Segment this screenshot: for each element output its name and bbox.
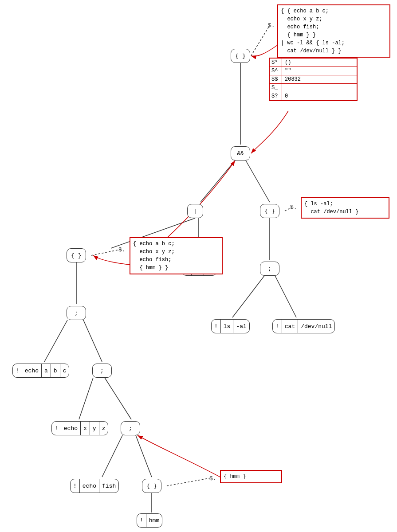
token-cat: cat (282, 320, 298, 333)
token-excl-cat: ! (273, 320, 282, 333)
svg-line-12 (79, 378, 93, 419)
info-table-top: $*() $^"" $$20832 $_ $?0 (269, 58, 358, 101)
svg-line-10 (44, 320, 67, 362)
token-excl-hmm: ! (137, 514, 146, 527)
tree-diagram: { } && | { } { } ! wc -l ; ; ! ls -al ! … (0, 0, 397, 532)
dollar-label-bottom-hmm: $. (209, 475, 216, 482)
dollar-label-mid-right: $. (290, 204, 297, 211)
dollar-label-top: $. (268, 22, 275, 29)
node-root-braces: { } (231, 49, 250, 63)
svg-line-17 (251, 25, 270, 56)
token-x: x (81, 422, 90, 435)
token-excl-echo-abc: ! (13, 364, 22, 377)
node-left-braces-mid: { } (67, 248, 86, 262)
info-box-bottom-hmm: { hmm } (220, 470, 282, 483)
token-ls: ls (221, 320, 234, 333)
node-pipe: | (187, 204, 203, 218)
token-fish: fish (99, 479, 118, 493)
node-cat-args: ! cat /dev/null (272, 319, 335, 333)
token-excl-ls: ! (212, 320, 221, 333)
node-hmm: ! hmm (137, 513, 162, 528)
node-semicolon2: ; (92, 364, 112, 378)
info-box-mid-left: { echo a b c; echo x y z; echo fish; { h… (130, 237, 223, 274)
dollar-label-mid-left: $. (118, 246, 126, 253)
node-right-braces: { } (260, 204, 279, 218)
svg-line-14 (102, 435, 122, 477)
token-a: a (42, 364, 51, 377)
node-ls-args: ! ls -al (211, 319, 250, 333)
svg-line-15 (136, 435, 152, 477)
token-hmm: hmm (146, 514, 162, 527)
node-echo-abc: ! echo a b c (12, 364, 69, 378)
token-b: b (51, 364, 60, 377)
node-braces-hmm: { } (142, 479, 161, 493)
token-al: -al (233, 320, 249, 333)
svg-line-3 (246, 160, 270, 202)
svg-line-20 (167, 478, 211, 486)
node-semicolon1: ; (260, 262, 279, 276)
token-excl-echo-fish: ! (71, 479, 80, 493)
token-devnull: /dev/null (298, 320, 334, 333)
svg-line-8 (275, 276, 296, 317)
info-box-mid-right: { ls -al; cat /dev/null } (301, 197, 389, 219)
svg-line-13 (105, 378, 131, 419)
svg-line-11 (83, 320, 102, 362)
token-echo-fish: echo (80, 479, 99, 493)
token-z: z (99, 422, 108, 435)
node-semicolon-left: ; (67, 306, 86, 320)
svg-line-19 (91, 250, 120, 255)
node-and-and: && (231, 146, 250, 160)
node-echo-fish: ! echo fish (70, 479, 119, 493)
token-excl-echo-xyz: ! (52, 422, 61, 435)
token-c: c (60, 364, 69, 377)
svg-line-7 (232, 276, 264, 317)
node-echo-xyz: ! echo x y z (51, 421, 108, 435)
token-echo-abc: echo (22, 364, 42, 377)
token-y: y (90, 422, 99, 435)
node-semicolon3: ; (121, 421, 140, 435)
svg-line-2 (200, 160, 235, 202)
info-box-top-right: { { echo a b c; echo x y z; echo fish; {… (277, 4, 390, 58)
token-echo-xyz: echo (61, 422, 81, 435)
